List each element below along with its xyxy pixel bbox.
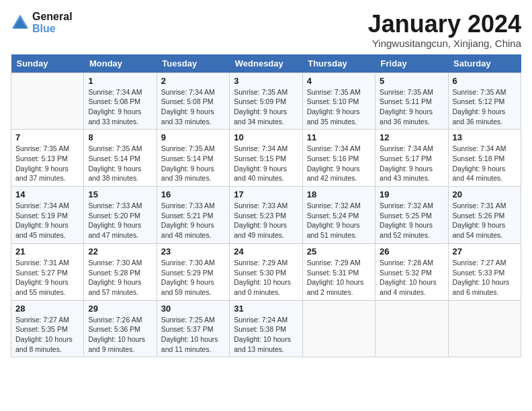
- day-header-tuesday: Tuesday: [157, 54, 229, 73]
- day-info: Sunrise: 7:24 AMSunset: 5:38 PMDaylight:…: [234, 315, 298, 355]
- page-header: General Blue January 2024 Yingwusitangcu…: [11, 11, 521, 49]
- day-info: Sunrise: 7:31 AMSunset: 5:27 PMDaylight:…: [15, 258, 79, 298]
- calendar-cell: 17Sunrise: 7:33 AMSunset: 5:23 PMDayligh…: [230, 187, 302, 244]
- day-header-friday: Friday: [375, 54, 448, 73]
- calendar-header-row: SundayMondayTuesdayWednesdayThursdayFrid…: [11, 54, 521, 73]
- week-row: 14Sunrise: 7:34 AMSunset: 5:19 PMDayligh…: [11, 187, 521, 244]
- day-info: Sunrise: 7:34 AMSunset: 5:08 PMDaylight:…: [161, 87, 225, 127]
- calendar-cell: [11, 73, 84, 130]
- calendar-cell: 16Sunrise: 7:33 AMSunset: 5:21 PMDayligh…: [157, 187, 229, 244]
- day-number: 19: [380, 189, 443, 199]
- day-info: Sunrise: 7:34 AMSunset: 5:16 PMDaylight:…: [307, 144, 371, 183]
- day-info: Sunrise: 7:33 AMSunset: 5:21 PMDaylight:…: [161, 201, 225, 240]
- day-number: 10: [234, 132, 298, 142]
- day-number: 4: [307, 76, 371, 86]
- calendar-cell: 20Sunrise: 7:31 AMSunset: 5:26 PMDayligh…: [448, 187, 521, 244]
- day-info: Sunrise: 7:34 AMSunset: 5:19 PMDaylight:…: [15, 201, 79, 240]
- logo: General Blue: [11, 11, 73, 34]
- calendar-cell: 3Sunrise: 7:35 AMSunset: 5:09 PMDaylight…: [230, 73, 302, 130]
- calendar-table: SundayMondayTuesdayWednesdayThursdayFrid…: [11, 54, 521, 358]
- day-info: Sunrise: 7:33 AMSunset: 5:23 PMDaylight:…: [234, 201, 298, 240]
- calendar-cell: 9Sunrise: 7:35 AMSunset: 5:14 PMDaylight…: [157, 130, 229, 187]
- day-number: 16: [161, 189, 225, 199]
- day-number: 9: [161, 132, 225, 142]
- day-info: Sunrise: 7:35 AMSunset: 5:14 PMDaylight:…: [88, 144, 152, 183]
- day-number: 7: [15, 132, 79, 142]
- calendar-cell: 21Sunrise: 7:31 AMSunset: 5:27 PMDayligh…: [11, 243, 84, 300]
- day-number: 6: [453, 76, 517, 86]
- day-info: Sunrise: 7:30 AMSunset: 5:29 PMDaylight:…: [161, 258, 225, 298]
- calendar-cell: 23Sunrise: 7:30 AMSunset: 5:29 PMDayligh…: [157, 243, 229, 300]
- day-number: 13: [453, 132, 517, 142]
- day-info: Sunrise: 7:35 AMSunset: 5:12 PMDaylight:…: [453, 87, 517, 127]
- calendar-cell: 7Sunrise: 7:35 AMSunset: 5:13 PMDaylight…: [11, 130, 84, 187]
- calendar-cell: 18Sunrise: 7:32 AMSunset: 5:24 PMDayligh…: [302, 187, 375, 244]
- day-info: Sunrise: 7:28 AMSunset: 5:32 PMDaylight:…: [380, 258, 443, 298]
- calendar-cell: 13Sunrise: 7:34 AMSunset: 5:18 PMDayligh…: [448, 130, 521, 187]
- day-header-thursday: Thursday: [302, 54, 375, 73]
- calendar-cell: 25Sunrise: 7:29 AMSunset: 5:31 PMDayligh…: [302, 243, 375, 300]
- day-info: Sunrise: 7:35 AMSunset: 5:13 PMDaylight:…: [15, 144, 79, 183]
- day-number: 26: [380, 246, 443, 257]
- day-info: Sunrise: 7:25 AMSunset: 5:37 PMDaylight:…: [161, 315, 225, 355]
- day-number: 28: [15, 304, 79, 314]
- day-info: Sunrise: 7:30 AMSunset: 5:28 PMDaylight:…: [88, 258, 152, 298]
- day-info: Sunrise: 7:31 AMSunset: 5:26 PMDaylight:…: [453, 201, 517, 240]
- day-number: 20: [453, 189, 517, 199]
- day-info: Sunrise: 7:35 AMSunset: 5:09 PMDaylight:…: [234, 87, 298, 127]
- calendar-cell: [375, 300, 448, 357]
- day-number: 29: [88, 304, 152, 314]
- calendar-cell: 6Sunrise: 7:35 AMSunset: 5:12 PMDaylight…: [448, 73, 521, 130]
- day-number: 15: [88, 189, 152, 199]
- day-info: Sunrise: 7:26 AMSunset: 5:36 PMDaylight:…: [88, 315, 152, 355]
- calendar-cell: 1Sunrise: 7:34 AMSunset: 5:08 PMDaylight…: [84, 73, 157, 130]
- calendar-cell: 22Sunrise: 7:30 AMSunset: 5:28 PMDayligh…: [84, 243, 157, 300]
- day-info: Sunrise: 7:29 AMSunset: 5:31 PMDaylight:…: [307, 258, 371, 298]
- title-block: January 2024 Yingwusitangcun, Xinjiang, …: [368, 11, 521, 49]
- calendar-cell: 4Sunrise: 7:35 AMSunset: 5:10 PMDaylight…: [302, 73, 375, 130]
- day-number: 24: [234, 246, 298, 257]
- day-info: Sunrise: 7:32 AMSunset: 5:25 PMDaylight:…: [380, 201, 443, 240]
- calendar-cell: 15Sunrise: 7:33 AMSunset: 5:20 PMDayligh…: [84, 187, 157, 244]
- day-number: 8: [88, 132, 152, 142]
- day-number: 14: [15, 189, 79, 199]
- day-number: 17: [234, 189, 298, 199]
- day-info: Sunrise: 7:27 AMSunset: 5:33 PMDaylight:…: [453, 258, 517, 298]
- week-row: 28Sunrise: 7:27 AMSunset: 5:35 PMDayligh…: [11, 300, 521, 357]
- calendar-cell: 30Sunrise: 7:25 AMSunset: 5:37 PMDayligh…: [157, 300, 229, 357]
- calendar-cell: 5Sunrise: 7:35 AMSunset: 5:11 PMDaylight…: [375, 73, 448, 130]
- day-info: Sunrise: 7:35 AMSunset: 5:10 PMDaylight:…: [307, 87, 371, 127]
- day-number: 23: [161, 246, 225, 257]
- day-header-sunday: Sunday: [11, 54, 84, 73]
- day-info: Sunrise: 7:34 AMSunset: 5:08 PMDaylight:…: [88, 87, 152, 127]
- day-info: Sunrise: 7:32 AMSunset: 5:24 PMDaylight:…: [307, 201, 371, 240]
- calendar-cell: 24Sunrise: 7:29 AMSunset: 5:30 PMDayligh…: [230, 243, 302, 300]
- day-info: Sunrise: 7:29 AMSunset: 5:30 PMDaylight:…: [234, 258, 298, 298]
- calendar-cell: 11Sunrise: 7:34 AMSunset: 5:16 PMDayligh…: [302, 130, 375, 187]
- day-number: 11: [307, 132, 371, 142]
- calendar-cell: 29Sunrise: 7:26 AMSunset: 5:36 PMDayligh…: [84, 300, 157, 357]
- day-number: 5: [380, 76, 443, 86]
- day-info: Sunrise: 7:34 AMSunset: 5:18 PMDaylight:…: [453, 144, 517, 183]
- day-number: 27: [453, 246, 517, 257]
- calendar-cell: 10Sunrise: 7:34 AMSunset: 5:15 PMDayligh…: [230, 130, 302, 187]
- calendar-cell: [302, 300, 375, 357]
- calendar-cell: 12Sunrise: 7:34 AMSunset: 5:17 PMDayligh…: [375, 130, 448, 187]
- day-number: 22: [88, 246, 152, 257]
- day-number: 1: [88, 76, 152, 86]
- logo-text: General Blue: [32, 11, 73, 34]
- week-row: 21Sunrise: 7:31 AMSunset: 5:27 PMDayligh…: [11, 243, 521, 300]
- day-number: 18: [307, 189, 371, 199]
- day-header-monday: Monday: [84, 54, 157, 73]
- day-number: 3: [234, 76, 298, 86]
- day-number: 30: [161, 304, 225, 314]
- day-info: Sunrise: 7:35 AMSunset: 5:11 PMDaylight:…: [380, 87, 443, 127]
- calendar-cell: 2Sunrise: 7:34 AMSunset: 5:08 PMDaylight…: [157, 73, 229, 130]
- day-number: 31: [234, 304, 298, 314]
- calendar-cell: 14Sunrise: 7:34 AMSunset: 5:19 PMDayligh…: [11, 187, 84, 244]
- calendar-cell: [448, 300, 521, 357]
- week-row: 1Sunrise: 7:34 AMSunset: 5:08 PMDaylight…: [11, 73, 521, 130]
- subtitle: Yingwusitangcun, Xinjiang, China: [368, 38, 521, 49]
- calendar-cell: 26Sunrise: 7:28 AMSunset: 5:32 PMDayligh…: [375, 243, 448, 300]
- day-number: 25: [307, 246, 371, 257]
